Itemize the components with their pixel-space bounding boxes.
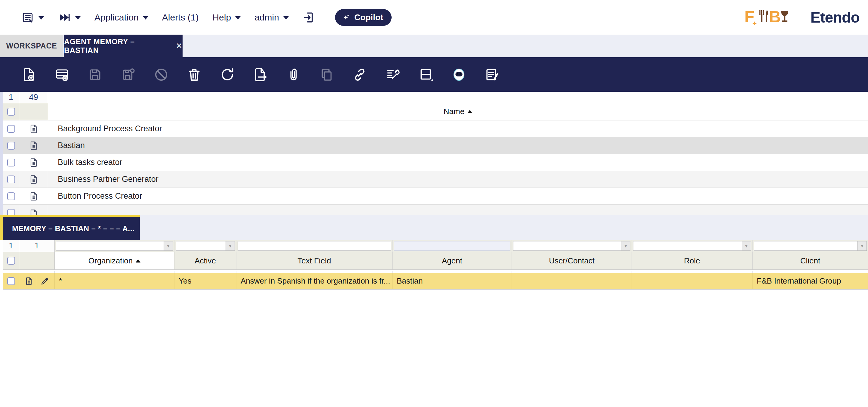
grid1-header-row: Name <box>3 103 868 120</box>
help-menu[interactable]: Help <box>212 12 241 23</box>
save-and-new-button[interactable] <box>120 66 136 83</box>
grid2-column-header-client[interactable]: Client <box>752 252 868 269</box>
grid2-header-row: Organization Active Text Field Agent Use… <box>3 252 868 270</box>
table-row[interactable]: Background Process Creator <box>3 120 868 137</box>
subtab-memory-label: MEMORY – BASTIAN – * – – – A... <box>12 224 134 233</box>
grid2-current-row-indicator: 1 <box>3 240 19 252</box>
link-button[interactable] <box>351 66 368 83</box>
user-label: admin <box>254 12 279 23</box>
cell-client: F&B International Group <box>752 273 868 289</box>
chevron-down-icon <box>283 16 289 20</box>
filter-dropdown-icon[interactable]: ▼ <box>858 241 867 251</box>
copilot-assistant-button[interactable] <box>451 66 467 83</box>
robot-icon <box>451 66 467 83</box>
row-checkbox[interactable] <box>7 142 15 150</box>
logout-button[interactable] <box>303 11 316 24</box>
export-button[interactable] <box>252 66 269 83</box>
refresh-icon <box>219 66 236 83</box>
cancel-button[interactable] <box>153 66 169 83</box>
grid2-column-header-organization[interactable]: Organization <box>55 252 175 269</box>
grid1-name-filter-input[interactable] <box>49 93 867 103</box>
grid2-client-filter-input[interactable] <box>754 241 858 251</box>
tab-workspace[interactable]: WORKSPACE <box>0 35 63 57</box>
application-menu[interactable]: Application <box>94 12 148 23</box>
configuration-button[interactable] <box>384 66 401 83</box>
edit-pencil-icon[interactable] <box>40 277 50 286</box>
notes-button[interactable] <box>484 66 500 83</box>
grid2-textfield-filter-input[interactable] <box>238 241 391 251</box>
row-checkbox[interactable] <box>7 175 15 183</box>
row-checkbox[interactable] <box>7 158 15 167</box>
close-icon[interactable]: ✕ <box>176 41 183 51</box>
filter-dropdown-icon[interactable]: ▼ <box>742 241 751 251</box>
svg-text:B: B <box>769 8 781 26</box>
notebook-icon <box>21 11 34 24</box>
quick-launch-button[interactable] <box>58 11 81 24</box>
record-document-icon <box>28 208 39 215</box>
logout-door-icon <box>303 11 316 24</box>
chevron-down-icon <box>235 16 241 20</box>
paperclip-icon <box>285 66 302 83</box>
tab-agent-memory-bastian[interactable]: AGENT MEMORY – BASTIAN ✕ <box>64 35 183 57</box>
table-row[interactable]: Button Process Creator <box>3 188 868 205</box>
table-row[interactable]: Bulk tasks creator <box>3 154 868 171</box>
grid2-select-all-checkbox[interactable] <box>7 257 15 265</box>
attachments-button[interactable] <box>285 66 302 83</box>
cell-text-field: Answer in Spanish if the organization is… <box>237 273 393 289</box>
etendo-logo: Etendo <box>811 9 860 26</box>
toggle-form-view-button[interactable] <box>417 66 434 83</box>
table-row[interactable]: Business Partner Generator <box>3 171 868 188</box>
chevron-down-icon <box>38 16 44 20</box>
top-navigation-bar: Application Alerts (1) Help admin Copilo… <box>0 0 868 35</box>
grid2-column-header-textfield[interactable]: Text Field <box>237 252 393 269</box>
cell-role <box>632 273 752 289</box>
delete-button[interactable] <box>186 66 203 83</box>
user-menu[interactable]: admin <box>254 12 289 23</box>
new-record-button[interactable] <box>21 66 37 83</box>
tab-active-label: AGENT MEMORY – BASTIAN <box>64 37 169 55</box>
application-menu-label: Application <box>94 12 138 23</box>
help-label: Help <box>212 12 231 23</box>
grid2-column-header-agent[interactable]: Agent <box>393 252 512 269</box>
grid1-current-row-indicator: 1 <box>3 92 19 103</box>
subtab-memory[interactable]: MEMORY – BASTIAN – * – – – A... <box>3 215 140 240</box>
grid2-column-header-role[interactable]: Role <box>632 252 752 269</box>
table-row-selected[interactable]: Bastian <box>3 137 868 154</box>
memory-row-selected[interactable]: * Yes Answer in Spanish if the organizat… <box>3 273 868 290</box>
filter-dropdown-icon[interactable]: ▼ <box>226 241 235 251</box>
refresh-button[interactable] <box>219 66 236 83</box>
form-grid-toggle-icon <box>418 66 434 83</box>
row-checkbox[interactable] <box>7 125 15 133</box>
row-checkbox[interactable] <box>7 277 15 285</box>
filter-dropdown-icon[interactable]: ▼ <box>621 241 630 251</box>
filter-dropdown-icon[interactable]: ▼ <box>164 241 173 251</box>
new-row-button[interactable] <box>54 66 70 83</box>
grid2-role-filter-input[interactable] <box>633 241 742 251</box>
trash-icon <box>186 66 203 83</box>
link-icon <box>351 66 368 83</box>
grid2-usercontact-filter-input[interactable] <box>513 241 621 251</box>
table-row-partial[interactable] <box>3 205 868 215</box>
workspace-menu-button[interactable] <box>21 11 44 24</box>
save-button[interactable] <box>87 66 103 83</box>
alerts-label: Alerts (1) <box>162 12 199 23</box>
row-checkbox[interactable] <box>7 192 15 200</box>
grid2-column-header-usercontact[interactable]: User/Contact <box>512 252 632 269</box>
alerts-menu[interactable]: Alerts (1) <box>162 12 199 23</box>
copilot-button-label: Copilot <box>354 12 383 22</box>
grid2-spacer-row <box>3 271 868 273</box>
copilot-button[interactable]: Copilot <box>335 9 392 26</box>
sparkle-icon <box>342 13 351 22</box>
chevron-down-icon <box>143 16 148 20</box>
fnb-client-logo: F + B <box>744 8 793 27</box>
sort-ascending-icon <box>136 259 141 262</box>
grid1-column-header-name[interactable]: Name <box>48 103 868 120</box>
grid2-column-header-active[interactable]: Active <box>175 252 237 269</box>
row-checkbox[interactable] <box>7 209 15 215</box>
grid2-active-filter-input[interactable] <box>176 241 226 251</box>
copy-record-button[interactable] <box>318 66 335 83</box>
save-badge-icon <box>120 66 136 83</box>
grid1-select-all-checkbox[interactable] <box>7 108 15 116</box>
cell-active: Yes <box>175 273 237 289</box>
grid2-organization-filter-input[interactable] <box>56 241 164 251</box>
